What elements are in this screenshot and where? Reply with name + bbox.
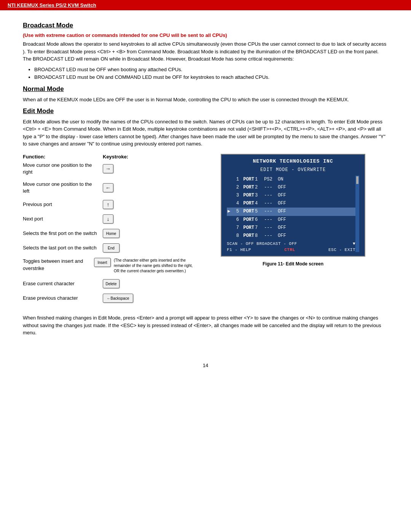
- screen-rows: 1 PORT 1 PS2 ON 2 PORT: [227, 176, 355, 252]
- fk-keystroke-delete: Delete: [103, 279, 148, 288]
- normal-mode-section: Normal Mode When all of the KEEMUX mode …: [23, 85, 388, 104]
- screen-content: 1 PORT 1 PS2 ON 2 PORT: [227, 176, 359, 252]
- backspace-key: ←Backspace: [103, 294, 133, 303]
- screen-port-row-4: 4 PORT 4 --- OFF: [227, 200, 355, 208]
- screen-port-row-2: 2 PORT 2 --- OFF: [227, 184, 355, 192]
- fk-row-move-left: Move cursor one position to the left ←: [23, 181, 198, 195]
- edit-mode-paragraph: Edit Mode allows the user to modify the …: [23, 118, 388, 148]
- bullet-item: BROADCAST LED must be OFF when booting a…: [34, 66, 388, 74]
- screen-bottom-bar: SCAN - OFF BROADCAST - OFF ▼: [227, 241, 355, 246]
- fk-keystroke-home: Home: [103, 229, 148, 238]
- end-key: End: [103, 243, 119, 252]
- normal-mode-paragraph: When all of the KEEMUX mode LEDs are OFF…: [23, 96, 388, 104]
- screen-port-row-5: ▶ 5 PORT 5 --- OFF: [227, 208, 355, 216]
- fk-function-move-left: Move cursor one position to the left: [23, 181, 99, 195]
- arrow-up-key: ↑: [103, 200, 113, 209]
- broadcast-mode-section: Broadcast Mode (Use with extreme caution…: [23, 22, 388, 81]
- edit-mode-section: Edit Mode Edit Mode allows the user to m…: [23, 107, 388, 337]
- ctrl-highlight: CTRL: [284, 248, 295, 252]
- fk-row-next-port: Next port ↓: [23, 214, 198, 224]
- screen-port-row-3: 3 PORT 3 --- OFF: [227, 192, 355, 200]
- fk-row-move-right: Move cursor one position to the right →: [23, 162, 198, 176]
- fk-row-backspace: Erase previous character ←Backspace: [23, 294, 198, 303]
- edit-mode-heading: Edit Mode: [23, 107, 388, 115]
- fk-header-function: Function:: [23, 154, 99, 160]
- fk-keystroke-move-left: ←: [103, 183, 148, 192]
- normal-mode-heading: Normal Mode: [23, 85, 388, 93]
- fk-keystroke-insert-area: Insert (The character either gets insert…: [94, 258, 198, 274]
- fk-right-panel: NETWORK TECHNOLOGIES INC EDIT MODE - OVE…: [198, 154, 388, 267]
- fk-function-end: Selects the last port on the switch: [23, 244, 99, 251]
- fk-function-insert: Toggles between insert and overstrike: [23, 258, 94, 272]
- broadcast-warning: (Use with extreme caution or commands in…: [23, 32, 388, 38]
- header-title: NTI KEEMUX Series PS/2 KVM Switch: [8, 2, 96, 8]
- fk-function-next-port: Next port: [23, 216, 99, 222]
- screen-port-row-7: 7 PORT 7 --- OFF: [227, 224, 355, 232]
- screen-caption: Figure 11- Edit Mode screen: [263, 261, 323, 267]
- content-area: Broadcast Mode (Use with extreme caution…: [0, 10, 411, 355]
- fk-row-prev-port: Previous port ↑: [23, 200, 198, 209]
- fk-row-delete: Erase current character Delete: [23, 279, 198, 288]
- broadcast-paragraph: Broadcast Mode allows the operator to se…: [23, 40, 388, 63]
- fk-function-prev-port: Previous port: [23, 201, 99, 208]
- page-header: NTI KEEMUX Series PS/2 KVM Switch: [0, 0, 411, 10]
- page-container: NTI KEEMUX Series PS/2 KVM Switch Broadc…: [0, 0, 411, 532]
- fk-row-end: Selects the last port on the switch End: [23, 243, 198, 252]
- fk-keystroke-next-port: ↓: [103, 214, 148, 224]
- insert-note: (The character either gets inserted and …: [114, 258, 198, 274]
- function-keystroke-section: Function: Keystroke: Move cursor one pos…: [23, 154, 388, 308]
- fk-keystroke-prev-port: ↑: [103, 200, 148, 209]
- delete-key: Delete: [103, 279, 119, 288]
- edit-mode-screen: NETWORK TECHNOLOGIES INC EDIT MODE - OVE…: [221, 154, 365, 257]
- fk-keystroke-backspace: ←Backspace: [103, 294, 148, 303]
- arrow-right-key: →: [103, 164, 113, 173]
- screen-scrollbar: [355, 176, 359, 252]
- fk-keystroke-end: End: [103, 243, 148, 252]
- screen-help-bar: F1 - HELP CTRL ESC - EXIT: [227, 248, 355, 252]
- insert-key: Insert: [94, 258, 111, 267]
- fk-row-insert: Toggles between insert and overstrike In…: [23, 258, 198, 274]
- fk-keystroke-move-right: →: [103, 164, 148, 173]
- screen-port-row-8: 8 PORT 8 --- OFF: [227, 232, 355, 240]
- screen-title: NETWORK TECHNOLOGIES INC: [227, 158, 359, 164]
- fk-function-home: Selects the first port on the switch: [23, 230, 99, 237]
- fk-function-move-right: Move cursor one position to the right: [23, 162, 99, 176]
- fk-function-backspace: Erase previous character: [23, 295, 99, 302]
- arrow-left-key: ←: [103, 183, 113, 192]
- screen-port-row-6: 6 PORT 6 --- OFF: [227, 216, 355, 224]
- broadcast-mode-heading: Broadcast Mode: [23, 22, 388, 29]
- screen-port-row-1: 1 PORT 1 PS2 ON: [227, 176, 355, 184]
- scroll-thumb: [356, 176, 358, 184]
- fk-row-home: Selects the first port on the switch Hom…: [23, 229, 198, 238]
- page-number: 14: [203, 363, 208, 368]
- bullet-item: BROADCAST LED must be ON and COMMAND LED…: [34, 73, 388, 81]
- home-key: Home: [103, 229, 119, 238]
- broadcast-bullets: BROADCAST LED must be OFF when booting a…: [34, 66, 388, 82]
- page-footer: 14: [0, 363, 411, 376]
- arrow-down-key: ↓: [103, 214, 113, 224]
- fk-header-row: Function: Keystroke:: [23, 154, 198, 160]
- fk-function-delete: Erase current character: [23, 280, 99, 287]
- fk-left-panel: Function: Keystroke: Move cursor one pos…: [23, 154, 198, 308]
- screen-subtitle: EDIT MODE - OVERWRITE: [227, 167, 359, 173]
- fk-header-keystroke: Keystroke:: [103, 154, 179, 160]
- edit-mode-closing-paragraph: When finished making changes in Edit Mod…: [23, 314, 388, 337]
